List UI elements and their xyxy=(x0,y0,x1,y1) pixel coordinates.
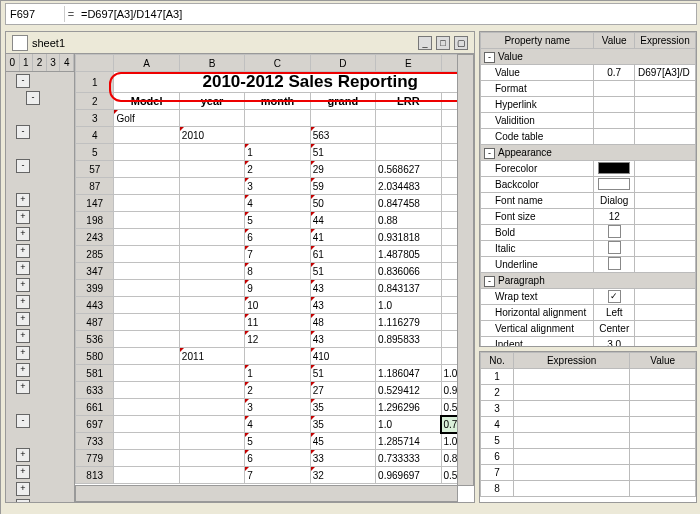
cell[interactable]: 3 xyxy=(245,399,310,416)
cell[interactable] xyxy=(114,161,179,178)
prop-expr[interactable] xyxy=(634,193,695,209)
row-header[interactable]: 5 xyxy=(76,144,114,161)
cell[interactable]: 29 xyxy=(310,161,375,178)
cell[interactable] xyxy=(179,433,244,450)
prop-value[interactable] xyxy=(594,241,635,257)
cell[interactable]: 0.568627 xyxy=(376,161,441,178)
row-header[interactable]: 580 xyxy=(76,348,114,365)
cell[interactable]: 7 xyxy=(245,467,310,484)
cell[interactable] xyxy=(310,110,375,127)
scrollbar-horizontal[interactable] xyxy=(75,485,458,502)
outline-toggle[interactable]: - xyxy=(16,414,30,428)
cell[interactable] xyxy=(245,348,310,365)
cell[interactable]: 41 xyxy=(310,229,375,246)
outline-toggle[interactable]: + xyxy=(16,278,30,292)
cell[interactable]: 1.0 xyxy=(376,416,441,433)
cell[interactable] xyxy=(114,450,179,467)
cell[interactable] xyxy=(179,331,244,348)
prop-expr[interactable] xyxy=(634,241,695,257)
row-header[interactable]: 633 xyxy=(76,382,114,399)
cell[interactable] xyxy=(179,416,244,433)
expr-value[interactable] xyxy=(630,369,696,385)
cell[interactable]: 50 xyxy=(310,195,375,212)
cell[interactable]: 563 xyxy=(310,127,375,144)
cell[interactable] xyxy=(179,280,244,297)
cell[interactable]: 0.969697 xyxy=(376,467,441,484)
expr-expression[interactable] xyxy=(514,385,630,401)
row-header[interactable]: 285 xyxy=(76,246,114,263)
sheet-tab[interactable]: sheet1 xyxy=(32,37,65,49)
cell[interactable]: 12 xyxy=(245,331,310,348)
cell[interactable]: 1.116279 xyxy=(376,314,441,331)
prop-value[interactable] xyxy=(594,177,635,193)
outline-toggle[interactable]: + xyxy=(16,482,30,496)
prop-expr[interactable] xyxy=(634,97,695,113)
expr-value[interactable] xyxy=(630,433,696,449)
cell[interactable]: 0.843137 xyxy=(376,280,441,297)
prop-expr[interactable] xyxy=(634,289,695,305)
cell[interactable] xyxy=(114,297,179,314)
prop-value[interactable]: Left xyxy=(594,305,635,321)
cell[interactable]: 1.186047 xyxy=(376,365,441,382)
outline-toggle[interactable]: + xyxy=(16,448,30,462)
cell[interactable]: 4 xyxy=(245,195,310,212)
row-header[interactable]: 697 xyxy=(76,416,114,433)
cell[interactable] xyxy=(179,365,244,382)
cell[interactable]: 0.836066 xyxy=(376,263,441,280)
row-header[interactable]: 243 xyxy=(76,229,114,246)
prop-value[interactable] xyxy=(594,161,635,177)
cell[interactable]: Golf xyxy=(114,110,179,127)
prop-value[interactable] xyxy=(594,225,635,241)
cell-reference[interactable]: F697 xyxy=(6,6,65,22)
cell[interactable]: 9 xyxy=(245,280,310,297)
cell[interactable] xyxy=(114,331,179,348)
cell[interactable]: 3 xyxy=(245,178,310,195)
cell[interactable] xyxy=(376,127,441,144)
outline-toggle[interactable]: + xyxy=(16,261,30,275)
col-header-B[interactable]: B xyxy=(179,55,244,72)
prop-value[interactable] xyxy=(594,257,635,273)
cell[interactable] xyxy=(179,314,244,331)
cell[interactable]: 32 xyxy=(310,467,375,484)
prop-group[interactable]: -Appearance xyxy=(481,145,696,161)
prop-expr[interactable] xyxy=(634,161,695,177)
outline-level-2[interactable]: 2 xyxy=(33,54,47,71)
cell[interactable]: 1.0 xyxy=(376,297,441,314)
col-header-A[interactable]: A xyxy=(114,55,179,72)
outline-toggle[interactable]: + xyxy=(16,210,30,224)
cell[interactable]: 2 xyxy=(245,382,310,399)
row-header[interactable]: 147 xyxy=(76,195,114,212)
cell[interactable] xyxy=(114,399,179,416)
cell[interactable]: 43 xyxy=(310,280,375,297)
prop-value[interactable]: Center xyxy=(594,321,635,337)
cell[interactable] xyxy=(114,127,179,144)
prop-expr[interactable] xyxy=(634,81,695,97)
cell[interactable]: 7 xyxy=(245,246,310,263)
prop-value[interactable]: 12 xyxy=(594,209,635,225)
prop-expr[interactable]: D697[A3]/D xyxy=(634,65,695,81)
cell[interactable]: 410 xyxy=(310,348,375,365)
expr-expression[interactable] xyxy=(514,449,630,465)
cell[interactable]: 8 xyxy=(245,263,310,280)
cell[interactable] xyxy=(114,382,179,399)
prop-expr[interactable] xyxy=(634,129,695,145)
cell[interactable] xyxy=(114,195,179,212)
cell[interactable] xyxy=(114,229,179,246)
cell[interactable] xyxy=(114,178,179,195)
prop-value[interactable] xyxy=(594,129,635,145)
cell[interactable]: 51 xyxy=(310,263,375,280)
cell[interactable]: 0.847458 xyxy=(376,195,441,212)
cell[interactable] xyxy=(114,348,179,365)
row-header[interactable]: 443 xyxy=(76,297,114,314)
expr-expression[interactable] xyxy=(514,401,630,417)
expr-expression[interactable] xyxy=(514,433,630,449)
row-header[interactable]: 487 xyxy=(76,314,114,331)
outline-toggle[interactable]: - xyxy=(16,159,30,173)
row-header[interactable]: 198 xyxy=(76,212,114,229)
outline-toggle[interactable]: + xyxy=(16,227,30,241)
outline-toggle[interactable]: + xyxy=(16,465,30,479)
row-header[interactable]: 536 xyxy=(76,331,114,348)
expr-value[interactable] xyxy=(630,465,696,481)
expr-value[interactable] xyxy=(630,449,696,465)
prop-value[interactable]: 3.0 xyxy=(594,337,635,348)
